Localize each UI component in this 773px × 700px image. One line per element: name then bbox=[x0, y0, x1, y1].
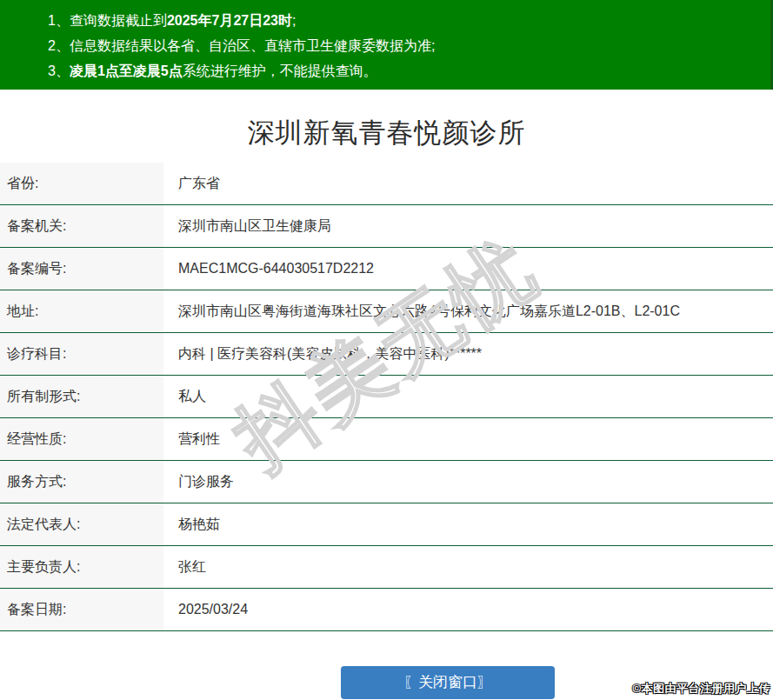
row-label: 备案日期: bbox=[0, 589, 163, 630]
notice-3-bold: 凌晨1点至凌晨5点 bbox=[70, 63, 183, 78]
row-label: 地址: bbox=[0, 290, 163, 332]
notice-1-num: 1、 bbox=[48, 13, 70, 28]
row-label: 备案机关: bbox=[0, 205, 163, 247]
notice-3-post: 系统进行维护，不能提供查询。 bbox=[183, 63, 377, 78]
row-value: MAEC1MCG-644030517D2212 bbox=[163, 248, 773, 290]
table-row-filing-number: 备案编号: MAEC1MCG-644030517D2212 bbox=[0, 248, 773, 290]
row-label: 经营性质: bbox=[0, 418, 163, 460]
page-title: 深圳新氧青春悦颜诊所 bbox=[0, 115, 773, 151]
table-row-legal-representative: 法定代表人: 杨艳茹 bbox=[0, 503, 773, 546]
table-row-service-mode: 服务方式: 门诊服务 bbox=[0, 461, 773, 503]
notice-line-2: 2、信息数据结果以各省、自治区、直辖市卫生健康委数据为准; bbox=[48, 33, 773, 58]
table-row-operating-nature: 经营性质: 营利性 bbox=[0, 418, 773, 461]
attribution-text: ©本图由平台注册用户上传 bbox=[632, 681, 770, 697]
notice-1-bold: 2025年7月27日23时 bbox=[167, 13, 292, 28]
row-label: 所有制形式: bbox=[0, 376, 163, 417]
table-row-treatment-subjects: 诊疗科目: 内科 | 医疗美容科(美容皮肤科，美容中医科)****** bbox=[0, 333, 773, 376]
row-value: 张红 bbox=[163, 546, 773, 588]
row-label: 法定代表人: bbox=[0, 503, 163, 545]
row-value: 深圳市南山区卫生健康局 bbox=[163, 205, 773, 247]
notice-header: 1、查询数据截止到2025年7月27日23时; 2、信息数据结果以各省、自治区、… bbox=[0, 0, 773, 90]
table-row-province: 省份: 广东省 bbox=[0, 163, 773, 205]
close-window-button[interactable]: 〖关闭窗口〗 bbox=[341, 666, 555, 699]
row-value: 深圳市南山区粤海街道海珠社区文心六路4号保利文化广场嘉乐道L2-01B、L2-0… bbox=[163, 290, 773, 332]
table-row-ownership-form: 所有制形式: 私人 bbox=[0, 376, 773, 418]
table-row-filing-date: 备案日期: 2025/03/24 bbox=[0, 589, 773, 631]
row-value: 营利性 bbox=[163, 418, 773, 460]
row-value: 内科 | 医疗美容科(美容皮肤科，美容中医科)****** bbox=[163, 333, 773, 375]
notice-2-pre: 信息数据结果以各省、自治区、直辖市卫生健康委数据为准; bbox=[70, 38, 435, 53]
table-row-filing-authority: 备案机关: 深圳市南山区卫生健康局 bbox=[0, 205, 773, 248]
notice-3-num: 3、 bbox=[48, 63, 70, 78]
row-label: 服务方式: bbox=[0, 461, 163, 503]
row-label: 主要负责人: bbox=[0, 546, 163, 588]
notice-1-pre: 查询数据截止到 bbox=[70, 13, 167, 28]
row-value: 广东省 bbox=[163, 163, 773, 204]
row-value: 门诊服务 bbox=[163, 461, 773, 503]
row-label: 省份: bbox=[0, 163, 163, 204]
row-value: 杨艳茹 bbox=[163, 503, 773, 545]
notice-1-post: ; bbox=[292, 13, 296, 28]
notice-line-1: 1、查询数据截止到2025年7月27日23时; bbox=[48, 8, 773, 33]
notice-2-num: 2、 bbox=[48, 38, 70, 53]
row-value: 2025/03/24 bbox=[163, 589, 773, 630]
row-value: 私人 bbox=[163, 376, 773, 417]
notice-line-3: 3、凌晨1点至凌晨5点系统进行维护，不能提供查询。 bbox=[48, 58, 773, 83]
row-label: 诊疗科目: bbox=[0, 333, 163, 375]
table-row-main-person-in-charge: 主要负责人: 张红 bbox=[0, 546, 773, 589]
record-table: 省份: 广东省 备案机关: 深圳市南山区卫生健康局 备案编号: MAEC1MCG… bbox=[0, 163, 773, 631]
table-row-address: 地址: 深圳市南山区粤海街道海珠社区文心六路4号保利文化广场嘉乐道L2-01B、… bbox=[0, 290, 773, 333]
row-label: 备案编号: bbox=[0, 248, 163, 290]
